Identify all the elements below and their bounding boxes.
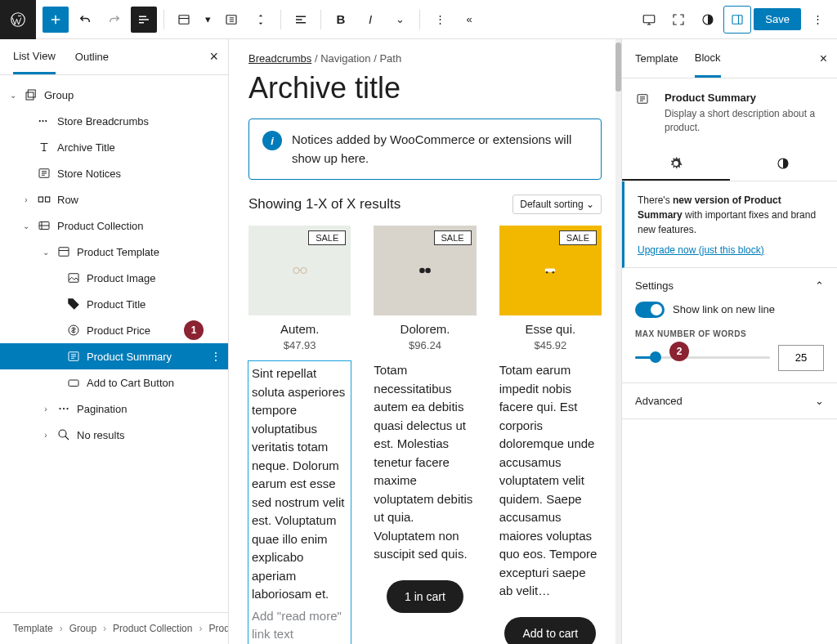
- tree-item-product-template[interactable]: ⌄Product Template: [0, 239, 228, 265]
- upgrade-link[interactable]: Upgrade now (just this block): [638, 244, 764, 256]
- product-title[interactable]: Esse qui.: [525, 322, 575, 336]
- sort-select[interactable]: Default sorting ⌄: [512, 195, 602, 214]
- move-button[interactable]: [248, 7, 274, 33]
- read-more-placeholder[interactable]: Add "read more" link text: [252, 607, 347, 644]
- svg-point-24: [293, 267, 299, 273]
- tree-item-product-price[interactable]: Product Price 1: [0, 317, 228, 343]
- product-image[interactable]: SALE: [248, 226, 351, 315]
- product-title[interactable]: Dolorem.: [401, 322, 450, 336]
- show-link-toggle[interactable]: [635, 302, 665, 318]
- more-menu-button[interactable]: ⋮: [804, 7, 830, 33]
- wp-logo[interactable]: [0, 0, 36, 39]
- settings-heading[interactable]: Settings⌃: [635, 280, 824, 292]
- advanced-section[interactable]: Advanced⌄: [622, 383, 837, 419]
- undo-button[interactable]: [72, 7, 98, 33]
- block-description: Display a short description about a prod…: [665, 107, 824, 135]
- max-words-label: MAX NUMBER OF WORDS: [635, 329, 824, 338]
- editor-canvas[interactable]: Breadcrumbs / Navigation / Path Archive …: [229, 39, 621, 644]
- annotation-2: 2: [669, 342, 689, 361]
- right-panel: Template Block × Product Summary Display…: [621, 39, 837, 644]
- desktop-view-icon[interactable]: [636, 7, 662, 33]
- tree-item-row[interactable]: ›Row: [0, 186, 228, 212]
- product-summary-block[interactable]: Totam necessitatibus autem ea debitis qu…: [374, 361, 476, 564]
- redo-button[interactable]: [101, 7, 128, 33]
- store-breadcrumbs-block[interactable]: Breadcrumbs / Navigation / Path: [248, 52, 602, 65]
- breadcrumb-collection[interactable]: Product Collection: [113, 623, 192, 634]
- product-price[interactable]: $47.93: [284, 339, 316, 351]
- svg-rect-12: [38, 197, 43, 202]
- tree-item-store-breadcrumbs[interactable]: Store Breadcrumbs: [0, 108, 228, 134]
- tree-item-archive-title[interactable]: Archive Title: [0, 134, 228, 160]
- tab-block[interactable]: Block: [695, 40, 721, 78]
- left-panel: List View Outline × ⌄Group Store Breadcr…: [0, 39, 229, 644]
- product-summary-block[interactable]: Sint repellat soluta asperiores tempore …: [248, 361, 351, 644]
- fullscreen-icon[interactable]: [665, 7, 692, 33]
- tree-item-add-to-cart[interactable]: Add to Cart Button: [0, 369, 228, 396]
- italic-button[interactable]: I: [357, 7, 383, 33]
- info-icon: i: [262, 131, 282, 150]
- max-words-input[interactable]: [778, 345, 824, 371]
- tree-item-product-image[interactable]: Product Image: [0, 265, 228, 291]
- tab-outline[interactable]: Outline: [75, 41, 109, 73]
- styles-tab-icon[interactable]: [730, 148, 838, 181]
- add-to-cart-button[interactable]: 1 in cart: [387, 580, 463, 613]
- scrollbar[interactable]: [615, 39, 621, 644]
- svg-point-20: [59, 408, 60, 409]
- tab-template[interactable]: Template: [635, 41, 678, 76]
- contrast-icon[interactable]: [695, 7, 721, 33]
- bold-button[interactable]: B: [328, 7, 354, 33]
- top-toolbar: ▾ B I ⌄ ⋮ « Save ⋮: [0, 0, 837, 39]
- settings-tab-icon[interactable]: [622, 148, 730, 181]
- tree-item-store-notices[interactable]: Store Notices: [0, 160, 228, 186]
- document-overview-button[interactable]: [131, 7, 157, 33]
- block-type-button[interactable]: [171, 7, 197, 33]
- block-dropdown-icon[interactable]: ▾: [200, 7, 215, 33]
- tree-item-product-title[interactable]: Product Title: [0, 291, 228, 317]
- breadcrumb-group[interactable]: Group: [69, 623, 96, 634]
- product-image[interactable]: SALE: [499, 226, 602, 315]
- more-format-button[interactable]: ⌄: [387, 7, 413, 33]
- product-price[interactable]: $45.92: [534, 339, 566, 351]
- product-summary-block[interactable]: Totam earum impedit nobis facere qui. Es…: [499, 361, 602, 601]
- archive-title-block[interactable]: Archive title: [248, 71, 602, 105]
- breadcrumb-bar: Template› Group› Product Collection› Pro…: [0, 612, 228, 644]
- svg-point-22: [66, 408, 68, 409]
- product-card[interactable]: SALE Autem. $47.93 Sint repellat soluta …: [248, 226, 351, 644]
- list-tool-button[interactable]: [218, 7, 244, 33]
- product-title[interactable]: Autem.: [280, 322, 320, 336]
- svg-point-26: [419, 268, 425, 274]
- tab-list-view[interactable]: List View: [13, 40, 56, 74]
- add-block-button[interactable]: [43, 7, 69, 33]
- sidebar-toggle-icon[interactable]: [724, 7, 750, 33]
- product-collection: SALE Autem. $47.93 Sint repellat soluta …: [248, 226, 602, 644]
- tree-item-group[interactable]: ⌄Group: [0, 82, 228, 108]
- tree-item-product-summary[interactable]: Product Summary⋮: [0, 343, 228, 369]
- svg-rect-19: [69, 380, 78, 387]
- svg-point-29: [546, 271, 548, 274]
- save-button[interactable]: Save: [754, 8, 801, 30]
- product-card[interactable]: SALE Dolorem. $96.24 Totam necessitatibu…: [374, 226, 476, 644]
- svg-rect-1: [179, 15, 189, 24]
- tree-item-no-results[interactable]: ›No results: [0, 422, 228, 448]
- tree-item-pagination[interactable]: ›Pagination: [0, 396, 228, 422]
- breadcrumb-product[interactable]: Product: [208, 623, 228, 634]
- close-list-view-icon[interactable]: ×: [209, 48, 218, 65]
- svg-point-21: [63, 408, 65, 409]
- collapse-button[interactable]: «: [456, 7, 482, 33]
- breadcrumb-template[interactable]: Template: [13, 623, 53, 634]
- options-button[interactable]: ⋮: [427, 7, 453, 33]
- show-link-label: Show link on new line: [673, 303, 775, 315]
- tree-item-product-collection[interactable]: ⌄Product Collection: [0, 212, 228, 239]
- store-notices-block[interactable]: i Notices added by WooCommerce or extens…: [248, 119, 602, 180]
- product-price[interactable]: $96.24: [409, 339, 441, 351]
- block-icon: [635, 92, 655, 111]
- add-to-cart-button[interactable]: Add to cart: [504, 617, 596, 645]
- product-image[interactable]: SALE: [374, 226, 476, 315]
- block-title: Product Summary: [665, 92, 824, 104]
- max-words-slider[interactable]: [635, 356, 770, 359]
- item-options-icon[interactable]: ⋮: [210, 350, 222, 363]
- svg-rect-3: [644, 15, 656, 22]
- product-card[interactable]: SALE Esse qui. $45.92 Totam earum impedi…: [499, 226, 602, 644]
- close-sidebar-icon[interactable]: ×: [820, 51, 827, 66]
- align-button[interactable]: [288, 7, 314, 33]
